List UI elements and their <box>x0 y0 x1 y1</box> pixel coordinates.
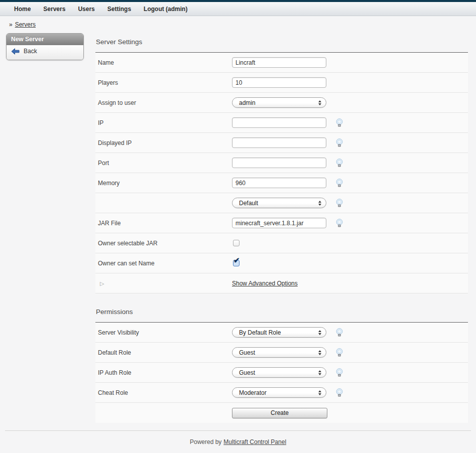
nav-item-home[interactable]: Home <box>14 6 31 13</box>
form-row: Port <box>95 153 468 173</box>
field-label: Owner selectable JAR <box>98 240 232 247</box>
owner-selectable-jar-checkbox[interactable] <box>233 240 240 246</box>
create-row: Create <box>95 403 468 423</box>
jar-type-select[interactable]: Default <box>232 198 326 208</box>
main-nav: HomeServersUsersSettingsLogout (admin) <box>0 2 476 16</box>
lightbulb-icon[interactable] <box>336 199 343 207</box>
field-label: IP Auth Role <box>98 369 232 376</box>
lightbulb-icon[interactable] <box>336 219 343 227</box>
field-label: Name <box>98 59 232 66</box>
field-label: Displayed IP <box>98 139 232 146</box>
lightbulb-icon[interactable] <box>336 368 343 377</box>
select-stepper-icon <box>318 390 321 395</box>
field-label: Default Role <box>98 349 232 356</box>
sidebar-title: New Server <box>7 34 83 45</box>
footer: Powered byMulticraft Control Panel <box>5 430 471 453</box>
back-label: Back <box>24 48 37 55</box>
field-label: Players <box>98 79 232 86</box>
form-row: Memory <box>95 173 468 193</box>
form-row: Cheat RoleModerator <box>95 383 468 403</box>
back-button[interactable]: Back <box>11 48 37 55</box>
back-arrow-icon <box>11 48 20 55</box>
expand-triangle-icon[interactable]: ▷ <box>100 280 104 286</box>
section-server-settings: Server Settings NamePlayersAssign to use… <box>95 28 468 293</box>
form-row: Owner selectable JAR <box>95 233 468 253</box>
field-label: Memory <box>98 180 232 187</box>
form-row: ▷Show Advanced Options <box>95 273 468 293</box>
field-label: Assign to user <box>98 99 232 106</box>
ip-auth-role-select[interactable]: Guest <box>232 367 326 378</box>
checkmark-icon: ✔ <box>233 256 240 264</box>
form-row: IP <box>95 113 468 133</box>
select-value: Guest <box>239 349 255 356</box>
lightbulb-icon[interactable] <box>336 348 343 357</box>
form-row: Server VisibilityBy Default Role <box>95 323 468 343</box>
cheat-role-select[interactable]: Moderator <box>232 387 326 398</box>
select-stepper-icon <box>318 201 321 206</box>
players-input[interactable] <box>232 77 326 88</box>
select-stepper-icon <box>318 100 321 105</box>
field-label: Port <box>98 160 232 167</box>
section-title: Server Settings <box>95 28 468 53</box>
select-stepper-icon <box>318 350 321 355</box>
select-stepper-icon <box>318 370 321 375</box>
nav-item-users[interactable]: Users <box>78 6 94 13</box>
select-value: Moderator <box>239 389 267 396</box>
form-row: Displayed IP <box>95 133 468 153</box>
breadcrumb: »Servers <box>0 16 476 28</box>
select-stepper-icon <box>318 330 321 335</box>
memory-input[interactable] <box>232 178 326 188</box>
form-row: Assign to useradmin <box>95 93 468 113</box>
assign-to-user-select[interactable]: admin <box>232 97 326 108</box>
footer-text: Powered by <box>190 438 221 445</box>
lightbulb-icon[interactable] <box>336 159 343 167</box>
form-row: JAR File <box>95 213 468 233</box>
nav-item-logout[interactable]: Logout (admin) <box>144 6 187 13</box>
form-row: Name <box>95 53 468 73</box>
field-label: JAR File <box>98 220 232 227</box>
name-input[interactable] <box>232 57 326 68</box>
server-visibility-select[interactable]: By Default Role <box>232 327 326 338</box>
sidebar-panel: New Server Back <box>6 33 84 60</box>
select-value: Default <box>239 200 258 207</box>
form-row: IP Auth RoleGuest <box>95 363 468 383</box>
lightbulb-icon[interactable] <box>336 118 343 127</box>
breadcrumb-marker: » <box>9 21 13 28</box>
displayed-ip-input[interactable] <box>232 137 326 148</box>
jar-file-input[interactable] <box>232 218 326 228</box>
lightbulb-icon[interactable] <box>336 138 343 147</box>
default-role-select[interactable]: Guest <box>232 347 326 358</box>
form-row: Default RoleGuest <box>95 343 468 363</box>
select-value: Guest <box>239 369 255 376</box>
breadcrumb-link-servers[interactable]: Servers <box>15 21 36 28</box>
field-label: Server Visibility <box>98 329 232 336</box>
form-row: Players <box>95 73 468 93</box>
nav-item-settings[interactable]: Settings <box>107 6 131 13</box>
show-advanced-link[interactable]: Show Advanced Options <box>232 280 298 287</box>
field-label: IP <box>98 119 232 126</box>
section-permissions: Permissions Server VisibilityBy Default … <box>95 293 468 403</box>
lightbulb-icon[interactable] <box>336 388 343 397</box>
field-label: Owner can set Name <box>98 260 232 267</box>
select-value: admin <box>239 99 256 106</box>
port-input[interactable] <box>232 158 326 168</box>
select-value: By Default Role <box>239 329 281 336</box>
form-row: Default <box>95 193 468 213</box>
ip-input[interactable] <box>232 117 326 128</box>
owner-can-set-name-checkbox[interactable]: ✔ <box>233 260 240 266</box>
section-title: Permissions <box>95 293 468 323</box>
field-label: Cheat Role <box>98 389 232 396</box>
footer-link[interactable]: Multicraft Control Panel <box>223 438 286 445</box>
nav-item-servers[interactable]: Servers <box>43 6 65 13</box>
create-button[interactable]: Create <box>232 408 327 418</box>
lightbulb-icon[interactable] <box>336 179 343 187</box>
form-row: Owner can set Name✔ <box>95 253 468 273</box>
lightbulb-icon[interactable] <box>336 328 343 337</box>
